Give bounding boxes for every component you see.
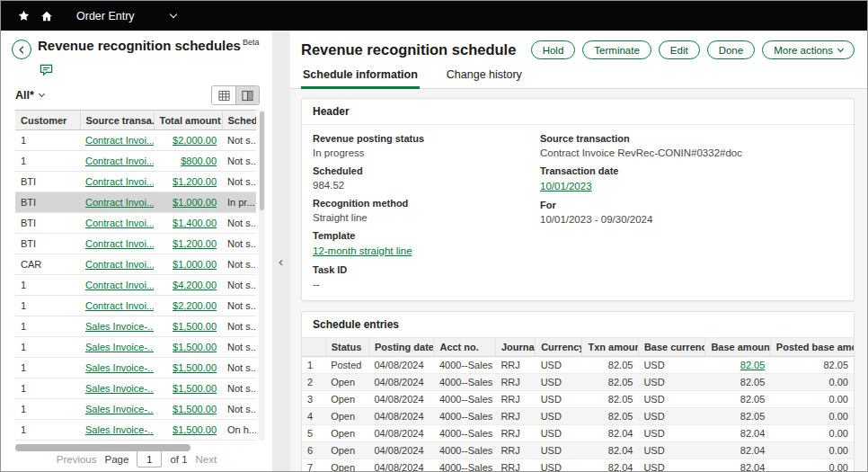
feedback-icon[interactable] (40, 64, 53, 78)
cell-schedule-status: Not s... (222, 358, 256, 378)
cell-base-amount: 82.05 (705, 390, 770, 407)
total-amount-link[interactable]: $1,200.00 (173, 238, 217, 249)
collapse-panel-button[interactable]: ‹ (274, 249, 288, 272)
entry-row[interactable]: 2Open04/08/20244000--SalesRRJUSD82.05USD… (302, 373, 854, 390)
action-button-edit[interactable]: Edit (659, 40, 700, 59)
cell-customer: 1 (15, 337, 80, 358)
source-transaction-link[interactable]: Sales Invoice-... (85, 342, 154, 352)
field-value-link[interactable]: 10/01/2023 (540, 181, 592, 191)
schedule-list-row[interactable]: 1Sales Invoice-...$1,500.00Not s... (15, 337, 256, 358)
total-amount-link[interactable]: $1,400.00 (173, 218, 217, 228)
left-column-header-source-transa[interactable]: Source transa... (80, 111, 154, 130)
chevron-down-icon (169, 11, 176, 18)
cell-source-transaction: Sales Invoice-... (80, 358, 154, 378)
field-value: 984.52 (313, 179, 540, 191)
total-amount-link[interactable]: $1,500.00 (173, 342, 217, 352)
source-transaction-link[interactable]: Contract Invoi... (85, 218, 154, 228)
table-view-button[interactable] (212, 86, 235, 104)
source-transaction-link[interactable]: Contract Invoi... (85, 135, 154, 146)
split-view-button[interactable] (235, 86, 259, 104)
schedule-list-row[interactable]: CARContract Invoi...$1,000.00Not s... (15, 254, 256, 275)
cell-acct-no: 4000--Sales (434, 390, 495, 407)
tab-schedule-information[interactable]: Schedule information (301, 64, 420, 88)
previous-page-link[interactable]: Previous (57, 454, 97, 465)
total-amount-link[interactable]: $2,200.00 (173, 300, 217, 311)
schedule-list-row[interactable]: BTIContract Invoi...$1,200.00Not s... (15, 172, 256, 192)
entry-row[interactable]: 3Open04/08/20244000--SalesRRJUSD82.05USD… (302, 390, 854, 407)
schedule-list-row[interactable]: BTIContract Invoi...$1,200.00Not s... (15, 234, 256, 254)
total-amount-link[interactable]: $4,200.00 (173, 280, 217, 290)
source-transaction-link[interactable]: Contract Invoi... (85, 300, 154, 311)
entry-row[interactable]: 7Open04/08/20244000--SalesRRJUSD82.04USD… (302, 459, 854, 471)
source-transaction-link[interactable]: Sales Invoice-... (85, 404, 154, 414)
cell-journal: RRJ (495, 441, 535, 459)
entries-column-header-acct-no: Acct no. (434, 338, 495, 356)
schedule-list-row[interactable]: 1Sales Invoice-...$1,500.00Not s... (15, 399, 256, 420)
entries-header-row: StatusPosting dateAcct no.JournalCurrenc… (302, 338, 854, 356)
source-transaction-link[interactable]: Contract Invoi... (85, 238, 154, 249)
total-amount-link[interactable]: $1,000.00 (173, 197, 217, 208)
source-transaction-link[interactable]: Contract Invoi... (85, 197, 154, 208)
cell-base-amount: 82.04 (705, 441, 770, 459)
entries-body: 1Posted04/08/20244000--SalesRRJUSD82.05U… (302, 356, 854, 471)
left-column-header-customer[interactable]: Customer (15, 111, 80, 130)
vertical-scrollbar[interactable] (259, 110, 265, 441)
source-transaction-link[interactable]: Contract Invoi... (85, 259, 154, 270)
total-amount-link[interactable]: $2,000.00 (173, 135, 217, 146)
cell-schedule-status: Not s... (222, 296, 256, 316)
entry-row[interactable]: 6Open04/08/20244000--SalesRRJUSD82.04USD… (302, 441, 854, 459)
total-amount-link[interactable]: $1,200.00 (173, 176, 217, 187)
total-amount-link[interactable]: $800.00 (181, 156, 217, 166)
cell-customer: 1 (15, 420, 80, 441)
left-column-header-schedu[interactable]: Schedu (222, 111, 256, 130)
total-amount-link[interactable]: $1,500.00 (173, 362, 217, 373)
cell-schedule-status: Not s... (222, 172, 256, 192)
entry-row[interactable]: 1Posted04/08/20244000--SalesRRJUSD82.05U… (302, 356, 854, 373)
total-amount-link[interactable]: $1,500.00 (173, 321, 217, 332)
back-button[interactable] (12, 40, 31, 59)
cell-posting-date: 04/08/2024 (368, 459, 433, 471)
source-transaction-link[interactable]: Contract Invoi... (85, 280, 154, 290)
schedule-list-row[interactable]: BTIContract Invoi...$1,400.00Not s... (15, 213, 256, 234)
source-transaction-link[interactable]: Sales Invoice-... (85, 362, 154, 373)
total-amount-link[interactable]: $1,500.00 (173, 424, 217, 435)
entries-column-header-journal: Journal (495, 338, 535, 356)
field-value-link[interactable]: 12-month straight line (313, 245, 412, 256)
schedule-list-row[interactable]: 1Sales Invoice-...$1,500.00On h... (15, 420, 256, 441)
schedule-list-row[interactable]: 1Contract Invoi...$2,000.00Not s... (15, 130, 256, 151)
favorites-star-icon[interactable] (12, 4, 35, 28)
total-amount-link[interactable]: $1,500.00 (173, 383, 217, 394)
source-transaction-link[interactable]: Contract Invoi... (85, 156, 154, 166)
view-filter-dropdown[interactable]: All* (15, 89, 44, 102)
field-value: Contract Invoice RevRec-CONIN#0332#doc (540, 147, 742, 159)
source-transaction-link[interactable]: Sales Invoice-... (85, 321, 154, 332)
module-selector[interactable]: Order Entry (76, 10, 176, 22)
action-button-done[interactable]: Done (707, 40, 756, 59)
left-column-header-total-amount[interactable]: Total amount (154, 111, 222, 130)
cell-status: Open (325, 459, 368, 471)
action-button-terminate[interactable]: Terminate (582, 40, 651, 59)
total-amount-link[interactable]: $1,000.00 (173, 259, 217, 270)
vertical-scrollbar-thumb[interactable] (260, 111, 264, 210)
schedule-list-row[interactable]: 1Contract Invoi...$4,200.00Not s... (15, 275, 256, 296)
page-number-input[interactable] (137, 450, 162, 468)
base-amount-link[interactable]: 82.05 (740, 360, 766, 370)
schedule-list-row[interactable]: 1Contract Invoi...$800.00Not s... (15, 151, 256, 172)
schedule-list-row[interactable]: BTIContract Invoi...$1,000.00In pr... (15, 192, 256, 213)
entry-row[interactable]: 5Open04/08/20244000--SalesRRJUSD82.04USD… (302, 424, 854, 441)
next-page-link[interactable]: Next (196, 454, 217, 465)
source-transaction-link[interactable]: Sales Invoice-... (85, 424, 154, 435)
total-amount-link[interactable]: $1,500.00 (173, 404, 217, 414)
schedule-list-row[interactable]: 1Sales Invoice-...$1,500.00Not s... (15, 316, 256, 337)
schedule-list-row[interactable]: 1Contract Invoi...$2,200.00Not s... (15, 296, 256, 316)
horizontal-scrollbar-thumb[interactable] (15, 444, 190, 451)
source-transaction-link[interactable]: Contract Invoi... (85, 176, 154, 187)
schedule-list-row[interactable]: 1Sales Invoice-...$1,500.00Not s... (15, 358, 256, 378)
action-button-more-actions[interactable]: More actions (762, 40, 855, 59)
home-icon[interactable] (35, 4, 58, 28)
tab-change-history[interactable]: Change history (445, 64, 524, 88)
entry-row[interactable]: 4Open04/08/20244000--SalesRRJUSD82.05USD… (302, 407, 854, 424)
action-button-hold[interactable]: Hold (531, 40, 576, 59)
schedule-list-row[interactable]: 1Sales Invoice-...$1,500.00Not s... (15, 378, 256, 399)
source-transaction-link[interactable]: Sales Invoice-... (85, 383, 154, 394)
